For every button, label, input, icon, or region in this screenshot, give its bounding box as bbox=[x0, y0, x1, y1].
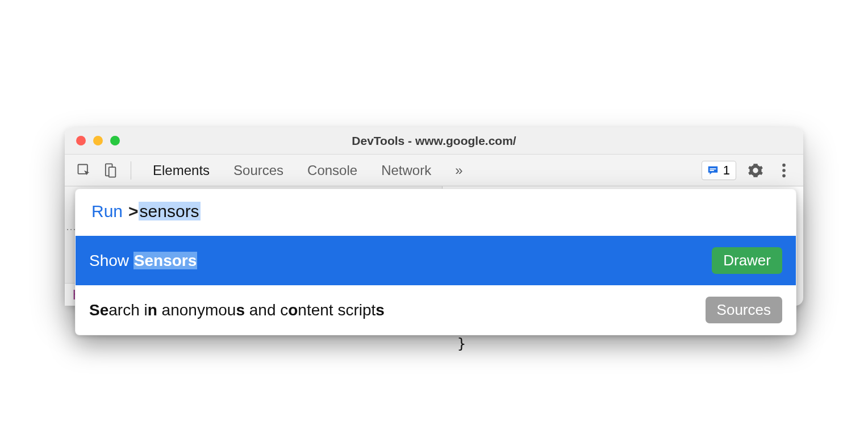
gear-icon bbox=[748, 163, 763, 178]
drag-handle-icon[interactable]: ⋯ bbox=[66, 223, 76, 235]
more-button[interactable] bbox=[775, 161, 793, 180]
run-label: Run bbox=[91, 202, 123, 221]
issues-button[interactable]: 1 bbox=[702, 161, 736, 180]
command-item[interactable]: Search in anonymous and content scripts … bbox=[76, 285, 796, 335]
command-menu: Run >sensors Show Sensors Drawer Search … bbox=[75, 189, 796, 335]
toolbar-left: Elements Sources Console Network » bbox=[75, 161, 463, 180]
devtools-window: DevTools - www.google.com/ Elements Sour… bbox=[65, 127, 803, 306]
issues-count: 1 bbox=[723, 163, 730, 178]
svg-point-7 bbox=[782, 174, 786, 177]
separator bbox=[131, 161, 131, 180]
svg-rect-4 bbox=[710, 170, 713, 171]
more-vertical-icon bbox=[782, 163, 786, 178]
command-input[interactable]: Run >sensors bbox=[76, 189, 796, 236]
prompt-prefix: > bbox=[128, 202, 139, 220]
tab-sources[interactable]: Sources bbox=[233, 163, 283, 178]
window-title: DevTools - www.google.com/ bbox=[65, 134, 803, 148]
svg-point-5 bbox=[782, 163, 786, 166]
tab-network[interactable]: Network bbox=[381, 163, 431, 178]
inspect-icon[interactable] bbox=[75, 161, 93, 180]
tabs-overflow-icon[interactable]: » bbox=[455, 163, 462, 178]
command-badge: Drawer bbox=[712, 247, 782, 274]
command-item-label: Search in anonymous and content scripts bbox=[89, 301, 706, 319]
toolbar: Elements Sources Console Network » 1 bbox=[65, 155, 803, 186]
closing-brace: } bbox=[457, 334, 795, 354]
close-icon[interactable] bbox=[76, 136, 86, 145]
chat-icon bbox=[707, 164, 719, 177]
svg-point-6 bbox=[782, 169, 786, 172]
panel-tabs: Elements Sources Console Network » bbox=[153, 163, 463, 178]
device-toggle-icon[interactable] bbox=[101, 161, 119, 180]
command-query: sensors bbox=[139, 202, 201, 220]
zoom-icon[interactable] bbox=[110, 136, 120, 145]
command-item-label: Show Sensors bbox=[89, 252, 712, 270]
command-badge: Sources bbox=[706, 297, 782, 323]
minimize-icon[interactable] bbox=[93, 136, 103, 145]
svg-rect-3 bbox=[710, 168, 716, 169]
svg-rect-2 bbox=[109, 167, 116, 177]
traffic-lights bbox=[65, 136, 120, 145]
toolbar-right: 1 bbox=[702, 161, 793, 180]
titlebar: DevTools - www.google.com/ bbox=[65, 127, 803, 155]
tab-elements[interactable]: Elements bbox=[153, 163, 210, 178]
tab-console[interactable]: Console bbox=[307, 163, 357, 178]
settings-button[interactable] bbox=[746, 161, 765, 180]
command-item-selected[interactable]: Show Sensors Drawer bbox=[76, 236, 796, 285]
